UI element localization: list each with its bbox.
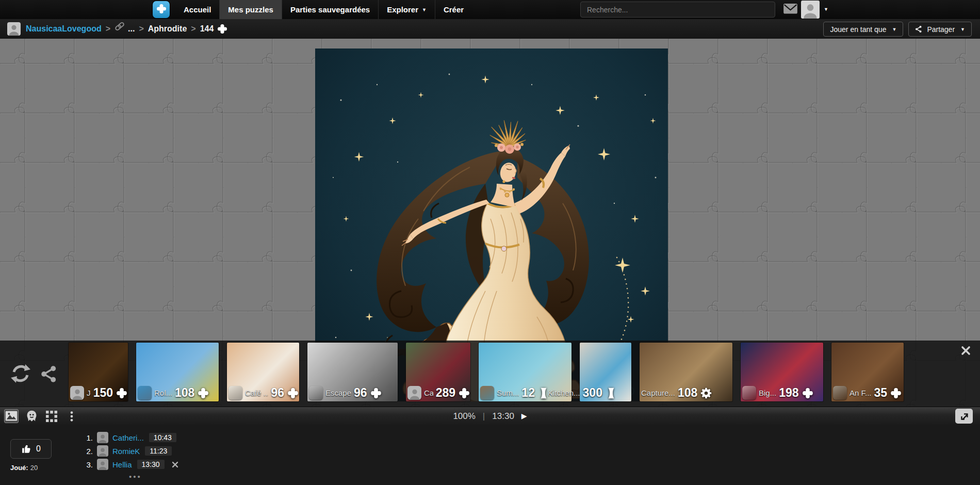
nav-item-parties-sauvegardees[interactable]: Parties sauvegardées [282, 0, 378, 19]
thumbnail-title: Big... [759, 389, 776, 397]
breadcrumb-bar: NausicaaLovegood > ... > Aphrodite > 144… [0, 19, 980, 39]
elapsed-time: 13:30 [492, 407, 514, 425]
like-count: 0 [36, 444, 41, 454]
leaderboard: 1.Catheri...10:432.RomieK11:233.Hellia13… [83, 431, 178, 471]
thumbnail-title: Rol... [154, 389, 172, 397]
puzzle-thumbnail[interactable]: An F...35 [831, 343, 904, 401]
puzzle-thumbnail[interactable]: Jeu...150 [69, 343, 128, 401]
nav-item-creer[interactable]: Créer [435, 0, 472, 19]
remove-result-icon[interactable] [172, 461, 178, 468]
edge-pieces-button[interactable] [44, 409, 59, 423]
thumbnail-caption: An F...35 [833, 386, 904, 400]
main-menu: Accueil Mes puzzles Parties sauvegardées… [175, 0, 472, 19]
leaderboard-row: 3.Hellia13:30 [83, 458, 178, 471]
player-name-link[interactable]: RomieK [112, 447, 140, 456]
thumbnail-caption: Café ...96 [228, 386, 299, 400]
puzzle-piece-icon [802, 387, 814, 399]
share-strip-icon[interactable] [40, 365, 59, 385]
puzzle-thumbnail[interactable]: Escape96 [307, 343, 398, 401]
player-avatar [97, 432, 108, 443]
thumbnail-caption: Big...198 [742, 386, 823, 400]
play-as-button[interactable]: Jouer en tant que ▼ [823, 22, 903, 37]
breadcrumb-separator: > [139, 19, 143, 39]
creator-avatar [309, 386, 323, 400]
puzzle-thumbnail[interactable]: Big...198 [741, 343, 823, 401]
puzzle-stage: Jeu...150Rol...108Café ...96Escape96Car.… [0, 39, 980, 485]
top-nav: Accueil Mes puzzles Parties sauvegardées… [0, 0, 980, 19]
puzzle-strip: Jeu...150Rol...108Café ...96Escape96Car.… [0, 341, 980, 407]
player-name-link[interactable]: Catheri... [112, 433, 144, 442]
thumbnail-caption: Capture...108 [641, 386, 732, 400]
thumbnail-piece-count: 289 [436, 386, 455, 400]
divider: | [483, 407, 485, 425]
link-chain-icon [115, 19, 125, 39]
like-button[interactable]: 0 [10, 439, 52, 459]
puzzle-title: Aphrodite [148, 19, 187, 39]
account-chevron-down-icon[interactable]: ▼ [824, 7, 828, 12]
share-label: Partager [927, 25, 955, 34]
puzzle-thumbnail[interactable]: Capture...108 [640, 343, 732, 401]
play-button[interactable]: ▶ [521, 407, 527, 425]
creator-avatar [138, 386, 152, 400]
nav-label: Accueil [184, 5, 211, 14]
thumbs-up-icon [21, 444, 31, 454]
breadcrumb-collapsed[interactable]: ... [128, 19, 135, 39]
puzzle-thumbnail[interactable]: Kitchen...300 [580, 343, 631, 401]
reload-strip-icon[interactable] [10, 363, 31, 386]
piece-count: 144 [200, 19, 214, 39]
chevron-down-icon: ▼ [422, 7, 427, 12]
user-avatar[interactable] [801, 1, 820, 19]
viewer-toolbar: 100% | 13:30 ▶ [0, 407, 980, 425]
nav-item-explorer[interactable]: Explorer▼ [378, 0, 435, 19]
image-preview-button[interactable] [4, 409, 19, 423]
rank: 2. [83, 447, 93, 456]
chevron-down-icon: ▼ [960, 27, 965, 32]
breadcrumb-separator: > [191, 19, 195, 39]
thumbnail-piece-count: 12 [521, 386, 535, 400]
share-icon [915, 25, 923, 33]
puzzle-thumbnail[interactable]: Car...289 [406, 343, 470, 401]
puzzle-piece-icon [370, 387, 382, 399]
mail-icon[interactable] [783, 3, 797, 17]
breadcrumb: NausicaaLovegood > ... > Aphrodite > 144 [26, 19, 228, 39]
nav-item-accueil[interactable]: Accueil [175, 0, 219, 19]
puzzle-piece-icon [197, 387, 209, 399]
thumbnail-piece-count: 96 [354, 386, 367, 400]
breadcrumb-user-link[interactable]: NausicaaLovegood [26, 19, 102, 39]
puzzle-thumbnail[interactable]: Rol...108 [136, 343, 219, 401]
puzzle-piece-icon [287, 387, 299, 399]
thumbnail-piece-count: 96 [271, 386, 284, 400]
puzzle-piece-icon [217, 23, 228, 35]
creator-avatar [70, 386, 84, 400]
play-as-label: Jouer en tant que [830, 25, 886, 34]
search-input[interactable] [580, 2, 775, 18]
thumbnail-caption: Jeu...150 [70, 386, 128, 400]
nav-label: Mes puzzles [228, 5, 273, 14]
more-options-kebab-button[interactable] [64, 409, 79, 423]
creator-avatar [228, 386, 242, 400]
thumbnail-title: Jeu... [87, 389, 91, 397]
puzzle-actions: Jouer en tant que ▼ Partager ▼ [823, 22, 972, 37]
puzzle-piece-icon [458, 387, 470, 399]
player-name-link[interactable]: Hellia [112, 460, 132, 469]
puzzle-thumbnail[interactable]: Café ...96 [227, 343, 299, 401]
ghost-preview-button[interactable] [24, 409, 39, 423]
slim-piece-shape-icon [605, 387, 617, 399]
share-button[interactable]: Partager ▼ [908, 22, 972, 37]
thumbnail-title: Kitchen... [548, 389, 580, 397]
creator-avatar [407, 386, 421, 400]
creator-avatar[interactable] [7, 22, 21, 36]
creator-avatar [742, 386, 756, 400]
thumbnail-title: Escape [325, 389, 351, 397]
leaderboard-more-button[interactable]: ••• [129, 472, 142, 481]
site-logo[interactable] [153, 1, 170, 18]
solve-time: 10:43 [149, 433, 176, 442]
nav-item-mes-puzzles[interactable]: Mes puzzles [219, 0, 282, 19]
thumbnail-piece-count: 150 [93, 386, 113, 400]
thumbnail-caption: Kitchen...300 [548, 386, 631, 400]
close-strip-icon[interactable] [961, 346, 971, 358]
thumbnail-title: Café ... [245, 389, 268, 397]
rank: 1. [83, 433, 93, 442]
puzzle-page: Accueil Mes puzzles Parties sauvegardées… [0, 0, 980, 485]
fullscreen-button[interactable] [955, 409, 973, 424]
